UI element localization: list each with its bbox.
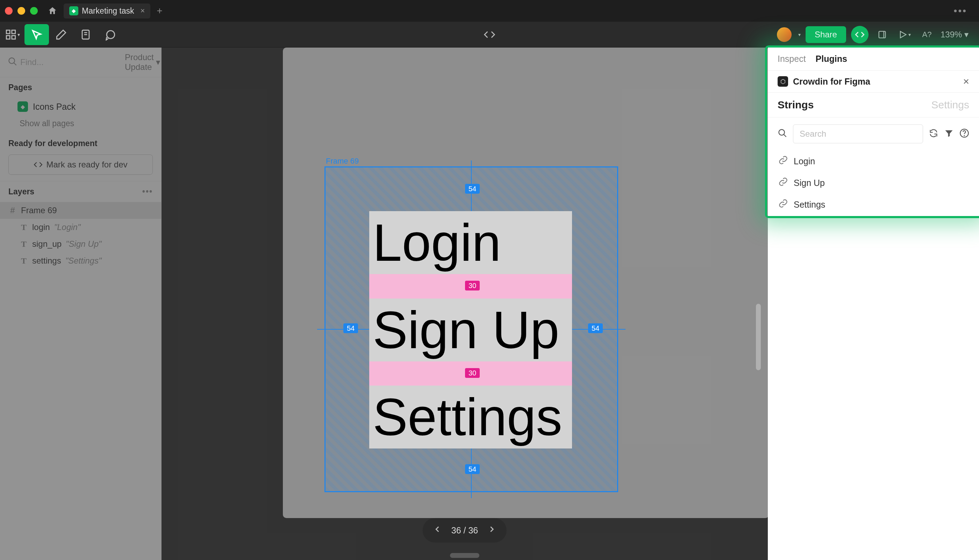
avatar[interactable] — [776, 26, 793, 43]
main-menu-button[interactable]: ▾ — [0, 24, 25, 45]
page-navigator: 36 / 36 — [423, 518, 507, 543]
scrollbar-vertical[interactable] — [756, 304, 761, 370]
page-counter: 36 / 36 — [451, 525, 478, 535]
svg-rect-2 — [6, 35, 10, 39]
layer-value: "Login" — [54, 222, 81, 232]
text-sign-up[interactable]: Sign Up — [369, 298, 572, 362]
page-name: Icons Pack — [33, 102, 75, 112]
layer-sign-up[interactable]: T sign_up "Sign Up" — [0, 236, 161, 252]
svg-marker-8 — [900, 31, 906, 38]
comment-tool-button[interactable] — [98, 24, 122, 45]
layers-header: Layers ••• — [0, 181, 161, 202]
svg-rect-7 — [879, 31, 886, 38]
page-selector[interactable]: Product Update ▾ — [125, 52, 160, 72]
text-login[interactable]: Login — [369, 211, 572, 274]
show-all-pages[interactable]: Show all pages — [0, 115, 161, 132]
dev-mode-icon[interactable] — [477, 24, 502, 45]
layer-name: login — [32, 222, 50, 232]
traffic-lights — [5, 7, 38, 15]
prev-button[interactable] — [430, 522, 444, 538]
layer-name: sign_up — [32, 239, 62, 249]
layer-login[interactable]: T login "Login" — [0, 219, 161, 236]
string-label: Login — [794, 156, 815, 167]
tab-label: Marketing task — [82, 6, 134, 16]
scrollbar-horizontal[interactable] — [450, 553, 479, 558]
svg-point-14 — [964, 135, 964, 136]
settings-tab[interactable]: Settings — [931, 99, 969, 111]
mark-ready-label: Mark as ready for dev — [46, 160, 127, 170]
share-button[interactable]: Share — [806, 26, 846, 43]
text-icon: T — [20, 240, 28, 249]
svg-rect-1 — [12, 30, 15, 33]
layers-menu-icon[interactable]: ••• — [142, 187, 153, 197]
toolbar: ▾ ▾ Share ▾ — [0, 22, 979, 48]
avatar-chevron-icon[interactable]: ▾ — [798, 32, 801, 37]
svg-point-9 — [9, 58, 15, 63]
text-icon: T — [20, 256, 28, 266]
window-menu-icon[interactable]: ••• — [954, 5, 974, 17]
search-input[interactable] — [20, 57, 125, 67]
frame-label[interactable]: Frame 69 — [326, 157, 359, 166]
ready-for-dev-header: Ready for development — [0, 132, 161, 152]
tab-icon: ◆ — [69, 6, 78, 15]
right-panel: Inspect Plugins ⬡ Crowdin for Figma × St… — [768, 48, 979, 560]
tab-plugins[interactable]: Plugins — [816, 54, 847, 64]
layer-settings[interactable]: T settings "Settings" — [0, 252, 161, 269]
tab-inspect[interactable]: Inspect — [777, 54, 806, 64]
measure-gap-2: 30 — [465, 368, 480, 378]
text-settings[interactable]: Settings — [369, 385, 572, 448]
text-info-button[interactable]: A? — [918, 26, 936, 43]
page-item-icons-pack[interactable]: ◆ Icons Pack — [0, 98, 161, 115]
svg-point-11 — [779, 130, 785, 135]
home-button[interactable] — [45, 3, 60, 18]
layer-value: "Settings" — [65, 256, 102, 266]
measure-padding-top: 54 — [465, 184, 480, 194]
measure-gap-1: 30 — [465, 281, 480, 290]
canvas[interactable]: Frame 69 Login Sign Up Settings 54 54 54… — [162, 48, 768, 560]
string-item-sign-up[interactable]: Sign Up — [768, 172, 979, 194]
tab-marketing-task[interactable]: ◆ Marketing task × — [63, 3, 150, 18]
frame-icon: # — [8, 205, 17, 215]
measure-padding-right: 54 — [588, 323, 603, 333]
svg-line-10 — [14, 63, 17, 65]
tab-close-icon[interactable]: × — [140, 6, 145, 15]
measure-padding-left: 54 — [344, 323, 358, 333]
play-button[interactable]: ▾ — [896, 26, 913, 43]
plugin-search-input[interactable] — [793, 125, 923, 143]
chevron-down-icon: ▾ — [156, 57, 160, 67]
strings-tab[interactable]: Strings — [777, 99, 814, 111]
text-icon: T — [20, 223, 28, 232]
chevron-down-icon: ▾ — [17, 32, 20, 37]
link-icon — [778, 155, 788, 167]
close-plugin-button[interactable]: × — [963, 75, 969, 87]
string-item-settings[interactable]: Settings — [768, 194, 979, 215]
layer-name: settings — [32, 256, 61, 266]
maximize-window[interactable] — [30, 7, 38, 15]
tab-add-button[interactable]: + — [152, 4, 167, 18]
notes-tool-button[interactable] — [73, 24, 98, 45]
filter-button[interactable] — [944, 128, 954, 140]
left-sidebar: Product Update ▾ Pages ◆ Icons Pack Show… — [0, 48, 162, 560]
zoom-chevron-icon: ▾ — [964, 30, 969, 39]
help-button[interactable] — [959, 128, 969, 140]
close-window[interactable] — [5, 7, 13, 15]
refresh-button[interactable] — [929, 128, 939, 140]
page-icon: ◆ — [17, 102, 28, 112]
annotate-tool-button[interactable] — [49, 24, 73, 45]
zoom-level[interactable]: 139% ▾ — [941, 30, 969, 40]
titlebar: ◆ Marketing task × + ••• — [0, 0, 979, 22]
svg-line-12 — [784, 135, 786, 137]
minimize-window[interactable] — [17, 7, 25, 15]
next-button[interactable] — [485, 522, 499, 538]
mark-ready-button[interactable]: Mark as ready for dev — [8, 155, 153, 175]
search-icon — [777, 128, 787, 140]
layer-name: Frame 69 — [21, 205, 57, 215]
string-item-login[interactable]: Login — [768, 150, 979, 172]
dev-toggle-button[interactable] — [851, 26, 869, 43]
measure-padding-bottom: 54 — [465, 464, 480, 474]
move-tool-button[interactable] — [25, 24, 49, 45]
component-button[interactable] — [874, 26, 891, 43]
layer-frame-69[interactable]: # Frame 69 — [0, 202, 161, 219]
svg-rect-3 — [12, 35, 15, 39]
crowdin-logo-icon: ⬡ — [777, 76, 788, 87]
